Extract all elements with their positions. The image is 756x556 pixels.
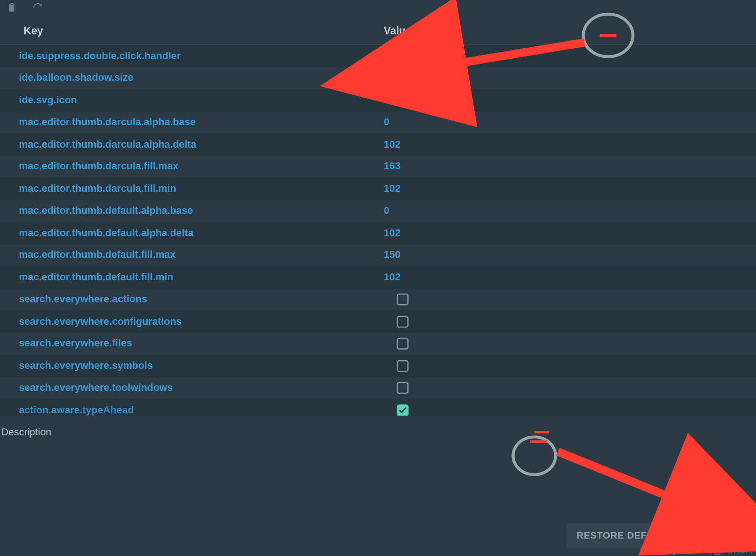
row-value[interactable]: 102 xyxy=(384,183,756,195)
row-value[interactable]: 102 xyxy=(384,139,756,150)
checkbox-checked-icon[interactable] xyxy=(397,95,409,106)
row-value-text: 102 xyxy=(384,183,401,195)
row-value-text: 0 xyxy=(384,205,389,217)
header-key: Key xyxy=(0,25,384,37)
table-row[interactable]: mac.editor.thumb.darcula.alpha.delta102 xyxy=(0,133,756,156)
table-header: Key Value xyxy=(0,18,756,45)
description-panel: Description xyxy=(0,416,756,510)
row-value[interactable] xyxy=(384,360,756,372)
row-key: ide.svg.icon xyxy=(0,95,384,106)
row-key: mac.editor.thumb.darcula.fill.max xyxy=(0,161,384,172)
table-row[interactable]: ide.balloon.shadow.size0 xyxy=(0,67,756,89)
row-value[interactable] xyxy=(384,316,756,328)
row-value[interactable] xyxy=(384,338,756,350)
row-value-text: 102 xyxy=(384,227,401,239)
table-body: ide.suppress.double.click.handleride.bal… xyxy=(0,45,756,416)
row-value-text: 0 xyxy=(384,72,389,84)
table-row[interactable]: mac.editor.thumb.default.alpha.base0 xyxy=(0,200,756,222)
refresh-icon[interactable] xyxy=(32,2,44,14)
table-row[interactable]: ide.svg.icon xyxy=(0,89,756,111)
table-row[interactable]: mac.editor.thumb.darcula.fill.max163 xyxy=(0,156,756,178)
row-value[interactable]: 102 xyxy=(384,227,756,239)
row-key: mac.editor.thumb.darcula.fill.min xyxy=(0,183,384,195)
row-key: search.everywhere.actions xyxy=(0,294,384,306)
row-key: mac.editor.thumb.default.alpha.delta xyxy=(0,227,384,239)
row-value-text: 150 xyxy=(384,249,401,261)
checkbox-checked-icon[interactable] xyxy=(397,50,409,62)
table-row[interactable]: mac.editor.thumb.default.fill.min102 xyxy=(0,266,756,288)
row-value-text: 102 xyxy=(384,139,401,150)
checkbox-unchecked-icon[interactable] xyxy=(397,294,409,306)
row-value[interactable]: 0 xyxy=(384,117,756,128)
table-row[interactable]: search.everywhere.configurations xyxy=(0,311,756,333)
description-label: Description xyxy=(1,426,51,437)
table-row[interactable]: search.everywhere.symbols xyxy=(0,355,756,377)
table-row[interactable]: mac.editor.thumb.darcula.fill.min102 xyxy=(0,178,756,200)
row-value-text: 0 xyxy=(384,117,389,128)
row-key: search.everywhere.symbols xyxy=(0,360,384,372)
row-value[interactable]: 150 xyxy=(384,249,756,261)
close-button[interactable]: CLOSE xyxy=(695,523,750,548)
row-value-text: 163 xyxy=(384,161,401,172)
row-value[interactable] xyxy=(384,404,756,416)
row-value[interactable]: 0 xyxy=(384,205,756,217)
row-key: mac.editor.thumb.darcula.alpha.base xyxy=(0,117,384,128)
table-row[interactable]: mac.editor.thumb.darcula.alpha.base0 xyxy=(0,111,756,133)
row-key: mac.editor.thumb.darcula.alpha.delta xyxy=(0,139,384,150)
table-row[interactable]: action.aware.typeAhead xyxy=(0,399,756,416)
clipboard-icon[interactable] xyxy=(6,2,18,14)
table-row[interactable]: search.everywhere.files xyxy=(0,333,756,355)
checkbox-checked-icon[interactable] xyxy=(397,404,409,416)
row-value[interactable] xyxy=(384,50,756,62)
row-key: mac.editor.thumb.default.fill.max xyxy=(0,249,384,261)
row-key: search.everywhere.configurations xyxy=(0,316,384,328)
checkbox-unchecked-icon[interactable] xyxy=(397,360,409,372)
restore-defaults-button[interactable]: RESTORE DEFAULTS xyxy=(566,523,689,548)
watermark-text: https://blog.csdn.net/qq_38371514 xyxy=(640,547,752,555)
row-key: ide.suppress.double.click.handler xyxy=(0,50,384,62)
table-row[interactable]: search.everywhere.actions xyxy=(0,289,756,311)
row-value[interactable] xyxy=(384,95,756,106)
row-value[interactable]: 102 xyxy=(384,272,756,284)
row-key: action.aware.typeAhead xyxy=(0,404,384,416)
row-value[interactable] xyxy=(384,382,756,394)
checkbox-unchecked-icon[interactable] xyxy=(397,382,409,394)
header-value: Value xyxy=(384,25,756,37)
table-row[interactable]: search.everywhere.toolwindows xyxy=(0,377,756,399)
row-value[interactable]: 163 xyxy=(384,161,756,172)
row-key: ide.balloon.shadow.size xyxy=(0,72,384,84)
row-value[interactable]: 0 xyxy=(384,72,756,84)
toolbar xyxy=(0,0,756,18)
row-key: search.everywhere.toolwindows xyxy=(0,382,384,394)
row-key: mac.editor.thumb.default.fill.min xyxy=(0,272,384,284)
row-key: search.everywhere.files xyxy=(0,338,384,350)
checkbox-unchecked-icon[interactable] xyxy=(397,316,409,328)
table-row[interactable]: mac.editor.thumb.default.fill.max150 xyxy=(0,244,756,266)
row-key: mac.editor.thumb.default.alpha.base xyxy=(0,205,384,217)
table-row[interactable]: mac.editor.thumb.default.alpha.delta102 xyxy=(0,222,756,244)
table-row[interactable]: ide.suppress.double.click.handler xyxy=(0,45,756,67)
row-value-text: 102 xyxy=(384,272,401,284)
checkbox-unchecked-icon[interactable] xyxy=(397,338,409,350)
row-value[interactable] xyxy=(384,294,756,306)
